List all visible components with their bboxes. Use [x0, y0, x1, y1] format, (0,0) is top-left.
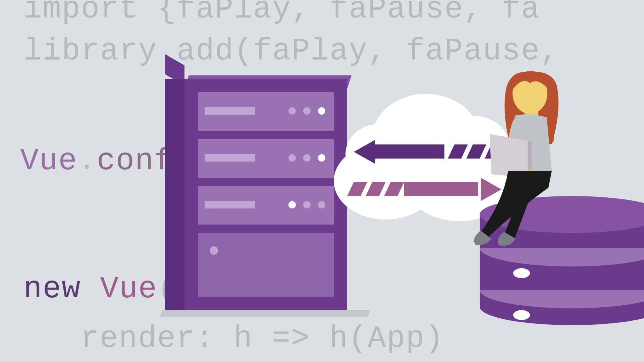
server-bottom-bay: [198, 233, 334, 297]
keyword-vue: Vue: [100, 272, 157, 307]
code-line-import: import {faPlay, faPause, fa: [23, 0, 540, 27]
server-drive-bay: [198, 139, 334, 178]
person-with-laptop-illustration: [471, 67, 589, 255]
server-drive-bay: [198, 92, 334, 131]
code-line-new-vue: new Vue(: [23, 272, 176, 307]
code-line-library-add: library.add(faPlay, faPause,: [23, 34, 559, 69]
keyword-vue: Vue: [20, 143, 77, 179]
punct-dot: .: [77, 143, 97, 179]
code-line-vue-conf: Vue.conf: [20, 143, 173, 179]
server-drive-bay: [198, 186, 334, 225]
keyword-conf: conf: [97, 143, 173, 179]
code-line-render: render: h => h(App): [80, 321, 444, 356]
server-illustration: [184, 75, 347, 310]
keyword-new: new: [23, 272, 100, 307]
